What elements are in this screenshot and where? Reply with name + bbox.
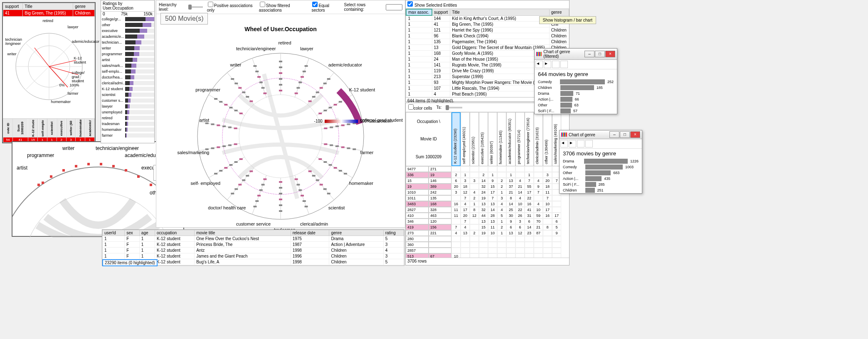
ratings-bar-row[interactable]: writer (101, 45, 154, 51)
user-th[interactable]: rating (383, 230, 404, 236)
user-th[interactable]: occupation (155, 230, 195, 236)
ratings-bar-row[interactable]: lawyer (101, 103, 154, 109)
ts-slider[interactable] (446, 107, 462, 108)
entity-row[interactable]: 1135Pagemaster, The (1994)Children (406, 39, 569, 45)
cont-row[interactable]: 101113572197384227 (406, 195, 569, 201)
ratings-bar-row[interactable]: artist (101, 57, 154, 63)
user-row[interactable]: 1F1K-12 studentPrincess Bride, The1987Ac… (103, 242, 404, 248)
ratings-bar-row[interactable]: customer s... (101, 98, 154, 103)
hierarchy-slider[interactable] (188, 6, 203, 8)
palette-icon[interactable] (585, 140, 593, 147)
ent-th-genre[interactable]: genre (549, 9, 569, 15)
ratings-bar-row[interactable]: clerical/admi... (101, 80, 154, 86)
cont-col-header[interactable]: homemaker (11345) (497, 112, 506, 166)
maximize-button[interactable]: □ (620, 131, 630, 138)
cont-row[interactable]: 336192121113 (406, 172, 569, 178)
chart-filtered-titlebar[interactable]: Chart of genre (filtered) – □ × (535, 49, 617, 60)
cont-col-header[interactable]: clerical/admin (31623) (534, 112, 543, 166)
back-icon[interactable]: ◄ (535, 61, 543, 68)
cont-col-header[interactable]: self-employed (46021) (461, 112, 470, 166)
cont-col-header[interactable]: executive (105425) (479, 112, 488, 166)
user-th[interactable]: age (139, 230, 155, 236)
minimize-button[interactable]: – (609, 131, 619, 138)
ratings-bar-row[interactable]: doctor/hea... (101, 74, 154, 80)
chart-all-titlebar[interactable]: Chart of genre – □ × (560, 130, 642, 139)
cont-row[interactable]: 19389201832152372155918 (406, 184, 569, 189)
show-histogram-button[interactable]: Show histogram / bar chart (539, 16, 597, 24)
cont-row[interactable]: 1010242312424171211417711 (406, 189, 569, 195)
cont-col-header[interactable]: academic/educator (85351) (506, 112, 515, 166)
cont-row[interactable]: 346120713131936706 (406, 219, 569, 224)
user-th[interactable]: genre (329, 230, 383, 236)
ratings-bar-row[interactable]: K-12 student (101, 86, 154, 92)
user-row[interactable]: 1F1K-12 studentOne Flew Over the Cuckoo'… (103, 236, 404, 242)
close-button[interactable]: × (605, 51, 615, 57)
tool-icon[interactable] (552, 61, 560, 68)
ratings-bar-row[interactable]: self-emplo... (101, 69, 154, 74)
fwd-icon[interactable]: ► (544, 61, 551, 68)
cont-row[interactable]: 280 (406, 236, 569, 242)
ratings-bar-row[interactable]: other (101, 22, 154, 28)
cont-col-header[interactable]: other (130499) (543, 112, 552, 166)
cont-col-header[interactable]: scientist (22951) (470, 112, 479, 166)
ratings-bar-row[interactable]: tradesman (101, 121, 154, 127)
cont-row[interactable]: 15146633149213474207 (406, 178, 569, 184)
pos-assoc-check[interactable]: Positive associations only (207, 2, 255, 12)
cont-col-header[interactable]: programmer (57214) (515, 112, 525, 166)
cont-row[interactable]: 3483168164113134141016410 (406, 201, 569, 207)
cont-row[interactable]: 419156741511266142185 (406, 224, 569, 230)
color-cells-check[interactable]: color cells (408, 104, 432, 111)
minimize-button[interactable]: – (584, 51, 594, 57)
mini-th-genre[interactable]: genre (73, 3, 95, 10)
user-th[interactable]: userId (103, 230, 125, 236)
mini-selected-row[interactable]: 41 Big Green, The (1995) Children (3, 10, 95, 17)
ratings-bar-row[interactable]: unemployed (101, 109, 154, 115)
cont-row[interactable]: 2857 (406, 248, 569, 253)
ratings-bar-row[interactable]: scientist (101, 92, 154, 98)
cont-row[interactable]: 5136710 (406, 253, 569, 258)
user-th[interactable]: release date (291, 230, 329, 236)
cont-row[interactable]: 41046311201244285302631591617 (406, 213, 569, 219)
cont-row[interactable]: 282732811178321442522411017 (406, 207, 569, 213)
ratings-bar-row[interactable]: technician... (101, 39, 154, 45)
user-th[interactable]: sex (125, 230, 140, 236)
back-icon[interactable]: ◄ (560, 140, 568, 147)
select-rows-input[interactable] (386, 4, 402, 10)
close-button[interactable]: × (630, 131, 640, 138)
mini-th-support[interactable]: support (3, 3, 23, 10)
cont-col-header[interactable]: writer (60397) (488, 112, 497, 166)
mini-th-title[interactable]: Title (23, 3, 73, 10)
cont-row[interactable]: 9477271 (406, 166, 569, 172)
user-th[interactable]: movie title (195, 230, 291, 236)
ratings-bars[interactable]: college/gr...otherexecutiveacademic/e...… (101, 16, 154, 138)
ratings-bar-row[interactable]: farmer (101, 133, 154, 138)
ratings-bar-row[interactable]: academic/e... (101, 34, 154, 39)
chart-window-all[interactable]: Chart of genre – □ × ◄ ► 3706 movies by … (559, 130, 642, 194)
show-selected-check[interactable]: Show Selected Entities (407, 3, 457, 7)
show-filtered-check[interactable]: Show filtered associations (259, 2, 308, 12)
tool-icon[interactable] (577, 140, 584, 147)
fwd-icon[interactable]: ► (569, 140, 576, 147)
user-row[interactable]: 1F1K-12 studentAntz1998Children4 (103, 248, 404, 253)
ent-th-title[interactable]: Title (450, 9, 549, 15)
big-wheel[interactable]: retiredlawyerademic/educatorK-12 student… (181, 37, 380, 236)
ent-th-support[interactable]: support (432, 9, 450, 15)
user-row[interactable]: 1F1K-12 studentJames and the Giant Peach… (103, 253, 404, 259)
cont-row[interactable]: 273221413219101131223879 (406, 230, 569, 236)
palette-icon[interactable] (560, 61, 568, 68)
ratings-bar-row[interactable]: homemaker (101, 127, 154, 133)
ratings-bar-row[interactable]: college/gr... (101, 16, 154, 22)
ratings-bar-row[interactable]: programmer (101, 51, 154, 57)
maximize-button[interactable]: □ (595, 51, 605, 57)
cont-col-header[interactable]: technician/engineer (72816) (525, 112, 534, 166)
equal-sectors-check[interactable]: Equal sectors (311, 2, 340, 12)
ent-th-maxassoc[interactable]: max assoc. (406, 9, 432, 15)
ratings-bar-row[interactable]: sales/mark... (101, 63, 154, 69)
cont-row[interactable]: 360 (406, 242, 569, 248)
cont-body[interactable]: 9477271336192121113151466331492134742071… (406, 166, 569, 258)
ratings-bar-row[interactable]: executive (101, 28, 154, 34)
ratings-bar-row[interactable]: retired (101, 115, 154, 121)
cont-col-header[interactable]: K-12 student (23290) (451, 112, 461, 166)
mini-wheel[interactable]: retired lawyer ademic/educator K-12 stud… (5, 19, 93, 106)
entity-row[interactable]: 196Blank Check (1994)Children (406, 33, 569, 39)
